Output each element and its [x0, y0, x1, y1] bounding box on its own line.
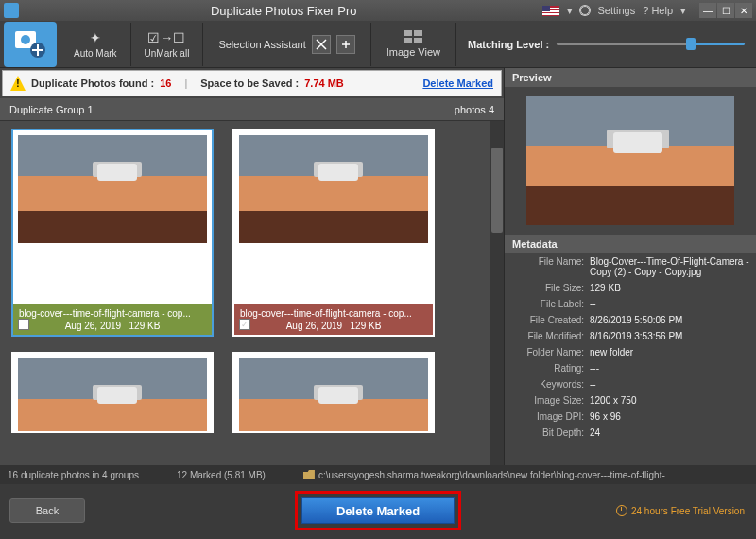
- photo-size: 129 KB: [351, 321, 382, 331]
- photo-date: Aug 26, 2019: [65, 321, 122, 331]
- photo-size: 129 KB: [129, 321, 161, 331]
- metadata-value: 129 KB: [590, 283, 750, 293]
- selection-assistant-btn-2[interactable]: [336, 35, 355, 54]
- unmark-all-button[interactable]: ☑→☐ UnMark all: [131, 23, 204, 66]
- auto-mark-button[interactable]: ✦ Auto Mark: [60, 23, 131, 66]
- gear-icon[interactable]: [580, 6, 590, 15]
- space-value: 7.74 MB: [304, 78, 344, 89]
- metadata-key: File Created:: [510, 315, 590, 325]
- metadata-row: File Modified:8/16/2019 3:53:56 PM: [505, 328, 756, 344]
- close-button[interactable]: ✕: [735, 3, 752, 18]
- group-header[interactable]: Duplicate Group 1 photos 4: [0, 98, 504, 121]
- metadata-key: File Size:: [510, 283, 590, 293]
- photo-thumbnail: [13, 130, 212, 248]
- photo-caption: blog-cover---time-of-flight-camera - cop…: [13, 304, 212, 335]
- back-button[interactable]: Back: [9, 498, 85, 523]
- footer: Back Delete Marked 24 hours Free Trial V…: [0, 484, 756, 537]
- image-view-button[interactable]: Image View: [371, 23, 456, 66]
- warning-icon: !: [10, 76, 26, 91]
- maximize-button[interactable]: ☐: [717, 3, 734, 18]
- metadata-value: --: [590, 379, 750, 390]
- metadata-key: Rating:: [510, 363, 590, 374]
- photo-filename: blog-cover---time-of-flight-camera - cop…: [240, 308, 427, 319]
- space-label: Space to be Saved :: [200, 78, 299, 89]
- metadata-value: ---: [590, 363, 750, 374]
- metadata-row: Bit Depth:24: [505, 425, 756, 441]
- slider-thumb[interactable]: [686, 38, 696, 50]
- photo-date: Aug 26, 2019: [286, 321, 343, 331]
- svg-point-1: [21, 35, 30, 44]
- delete-marked-link[interactable]: Delete Marked: [422, 78, 493, 89]
- metadata-value: --: [590, 299, 750, 309]
- photo-thumbnail: [234, 354, 433, 433]
- toolbar: ✦ Auto Mark ☑→☐ UnMark all Selection Ass…: [0, 21, 756, 68]
- metadata-value: 24: [590, 427, 750, 438]
- metadata-key: File Name:: [510, 256, 590, 277]
- group-count: photos 4: [455, 104, 494, 115]
- photo-filename: blog-cover---time-of-flight-camera - cop…: [19, 308, 206, 319]
- preview-section-label: Preview: [505, 68, 756, 87]
- preview-box: [505, 87, 756, 235]
- clock-icon: [616, 505, 627, 516]
- language-dropdown-arrow[interactable]: ▾: [567, 5, 573, 17]
- metadata-row: Keywords:--: [505, 376, 756, 392]
- photo-card[interactable]: [232, 352, 435, 433]
- metadata-key: File Modified:: [510, 331, 590, 341]
- unmark-icon: ☑→☐: [147, 29, 185, 46]
- dup-count: 16: [160, 78, 171, 89]
- matching-level-slider-group: Matching Level :: [456, 39, 756, 50]
- status-bar: ! Duplicate Photos found : 16 | Space to…: [2, 70, 502, 96]
- selection-assistant-group: Selection Assistant: [203, 23, 370, 66]
- back-label: Back: [36, 505, 59, 516]
- titlebar: Duplicate Photos Fixer Pro ▾ Settings ? …: [0, 0, 756, 21]
- metadata-value: 1200 x 750: [590, 395, 750, 406]
- bottom-status-bar: 16 duplicate photos in 4 groups 12 Marke…: [0, 465, 756, 484]
- help-link[interactable]: ? Help: [643, 5, 673, 16]
- folder-icon: [303, 470, 315, 479]
- metadata-row: Image DPI:96 x 96: [505, 409, 756, 425]
- metadata-section-label: Metadata: [505, 235, 756, 253]
- photo-thumbnail: [234, 130, 433, 248]
- metadata-table: File Name:Blog-Cover---Time-Of-Flight-Ca…: [505, 253, 756, 465]
- metadata-value: Blog-Cover---Time-Of-Flight-Camera - Cop…: [590, 256, 750, 277]
- unmark-all-label: UnMark all: [145, 48, 190, 59]
- matching-level-slider[interactable]: [557, 43, 745, 45]
- image-view-label: Image View: [387, 46, 440, 58]
- selection-assistant-label: Selection Assistant: [218, 39, 305, 50]
- metadata-key: Image DPI:: [510, 411, 590, 422]
- metadata-row: Image Size:1200 x 750: [505, 392, 756, 409]
- matching-level-label: Matching Level :: [468, 39, 549, 50]
- metadata-row: Folder Name:new folder: [505, 344, 756, 360]
- app-logo-small: [4, 3, 19, 18]
- photo-card[interactable]: [11, 352, 214, 433]
- scrollbar-handle[interactable]: [491, 148, 503, 233]
- photo-card[interactable]: blog-cover---time-of-flight-camera - cop…: [232, 129, 435, 337]
- metadata-row: File Created:8/26/2019 5:50:06 PM: [505, 312, 756, 328]
- photo-checkbox[interactable]: ✓: [239, 319, 250, 330]
- duplicates-panel: ! Duplicate Photos found : 16 | Space to…: [0, 68, 505, 465]
- auto-mark-label: Auto Mark: [74, 48, 117, 59]
- photo-checkbox[interactable]: [18, 319, 29, 330]
- metadata-key: Bit Depth:: [510, 427, 590, 438]
- group-name: Duplicate Group 1: [9, 104, 455, 115]
- wand-icon: ✦: [90, 29, 101, 46]
- minimize-button[interactable]: —: [699, 3, 716, 18]
- metadata-value: 8/16/2019 3:53:56 PM: [590, 331, 750, 341]
- trial-text: 24 hours Free Trial Version: [631, 506, 745, 516]
- path-text: c:\users\yogesh.sharma.tweakorg\download…: [318, 470, 665, 480]
- help-dropdown-arrow[interactable]: ▾: [680, 5, 686, 17]
- settings-link[interactable]: Settings: [597, 5, 635, 16]
- dup-found-label: Duplicate Photos found :: [31, 78, 154, 89]
- trial-notice: 24 hours Free Trial Version: [616, 505, 745, 516]
- language-flag-icon[interactable]: [542, 6, 559, 16]
- delete-marked-button[interactable]: Delete Marked: [301, 497, 455, 524]
- thumbnails-area: blog-cover---time-of-flight-camera - cop…: [0, 121, 504, 465]
- summary-text: 16 duplicate photos in 4 groups: [8, 470, 139, 480]
- vertical-scrollbar[interactable]: [490, 121, 504, 465]
- metadata-value: new folder: [590, 347, 750, 357]
- selection-assistant-btn-1[interactable]: [312, 35, 331, 54]
- photo-card[interactable]: blog-cover---time-of-flight-camera - cop…: [11, 129, 214, 337]
- photo-caption: blog-cover---time-of-flight-camera - cop…: [234, 304, 433, 335]
- delete-label: Delete Marked: [336, 504, 420, 518]
- delete-highlight: Delete Marked: [295, 491, 461, 530]
